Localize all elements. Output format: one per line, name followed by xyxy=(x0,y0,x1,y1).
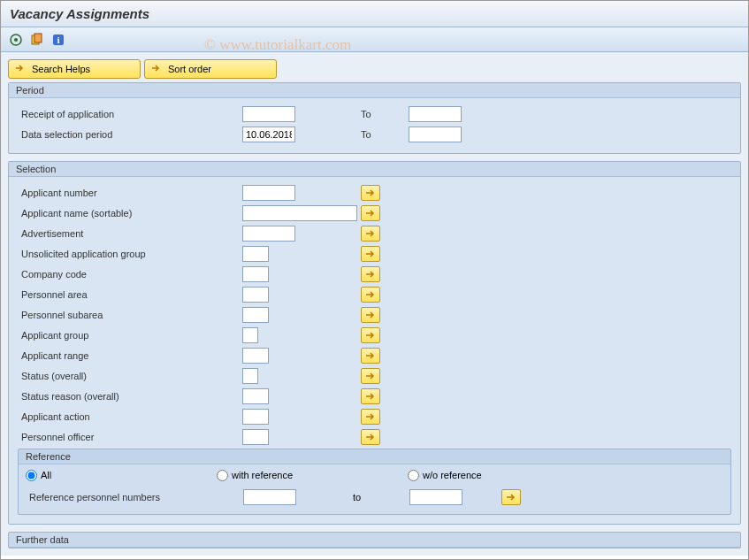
selection-input[interactable] xyxy=(242,388,269,404)
selection-input[interactable] xyxy=(242,409,269,425)
datasel-to-input[interactable] xyxy=(409,127,462,142)
selection-input[interactable] xyxy=(242,429,269,445)
refnum-label: Reference personnel numbers xyxy=(26,492,240,502)
selection-multi-button[interactable] xyxy=(361,327,380,343)
selection-row: Personnel subarea xyxy=(18,304,731,325)
selection-group-title: Selection xyxy=(9,162,740,177)
ref-radio-with[interactable] xyxy=(217,470,228,481)
selection-multi-button[interactable] xyxy=(361,185,380,201)
selection-multi-button[interactable] xyxy=(361,246,380,262)
ref-with-label: with reference xyxy=(232,470,293,480)
receipt-from-input[interactable] xyxy=(242,106,295,122)
selection-row: Applicant group xyxy=(18,325,731,345)
selection-label: Applicant range xyxy=(18,350,239,361)
selection-label: Status reason (overall) xyxy=(18,391,239,402)
execute-icon[interactable] xyxy=(8,32,24,48)
selection-row: Unsolicited application group xyxy=(18,243,731,264)
selection-multi-button[interactable] xyxy=(361,368,380,384)
svg-text:i: i xyxy=(57,35,59,45)
selection-row: Status reason (overall) xyxy=(18,386,731,406)
selection-row: Applicant name (sortable) xyxy=(18,203,731,223)
selection-label: Personnel area xyxy=(18,289,239,300)
selection-input[interactable] xyxy=(242,287,269,303)
reference-title: Reference xyxy=(19,449,730,464)
selection-row: Company code xyxy=(18,264,731,284)
sort-order-button[interactable]: Sort order xyxy=(144,59,277,79)
selection-label: Personnel officer xyxy=(18,432,239,442)
selection-input[interactable] xyxy=(242,246,269,262)
search-helps-label: Search Helps xyxy=(32,64,90,74)
selection-multi-button[interactable] xyxy=(361,287,380,303)
ref-radio-wo[interactable] xyxy=(408,470,419,481)
selection-multi-button[interactable] xyxy=(361,226,380,242)
selection-input[interactable] xyxy=(242,348,269,364)
datasel-from-input[interactable] xyxy=(242,127,295,142)
page-title: Vacancy Assignments xyxy=(1,1,748,27)
receipt-to-label: To xyxy=(361,109,405,119)
ref-opt-wo[interactable]: w/o reference xyxy=(408,470,593,481)
main-content: Search Helps Sort order Period Receipt o… xyxy=(1,52,748,556)
ref-all-label: All xyxy=(41,470,51,480)
selection-row: Status (overall) xyxy=(18,365,731,386)
selection-input[interactable] xyxy=(242,205,357,221)
selection-group: Selection Applicant numberApplicant name… xyxy=(8,161,741,525)
selection-row: Advertisement xyxy=(18,223,731,243)
ref-opt-with[interactable]: with reference xyxy=(217,470,402,481)
selection-label: Company code xyxy=(18,269,239,280)
selection-label: Advertisement xyxy=(18,228,239,239)
search-helps-button[interactable]: Search Helps xyxy=(8,59,141,79)
svg-rect-3 xyxy=(34,34,42,42)
receipt-to-input[interactable] xyxy=(409,106,462,122)
selection-multi-button[interactable] xyxy=(361,307,380,323)
selection-multi-button[interactable] xyxy=(361,266,380,282)
selection-multi-button[interactable] xyxy=(361,388,380,404)
app-toolbar: i xyxy=(1,27,748,52)
selection-label: Status (overall) xyxy=(18,371,239,381)
ref-opt-all[interactable]: All xyxy=(26,470,211,481)
period-group-title: Period xyxy=(9,83,740,98)
selection-label: Applicant action xyxy=(18,411,239,422)
refnum-to-label: to xyxy=(353,492,406,502)
refnum-multi-button[interactable] xyxy=(501,489,521,505)
selection-label: Applicant group xyxy=(18,330,239,341)
selection-input[interactable] xyxy=(242,226,295,242)
selection-row: Applicant action xyxy=(18,406,731,426)
datasel-to-label: To xyxy=(361,129,405,140)
ref-wo-label: w/o reference xyxy=(423,470,482,480)
selection-row: Personnel officer xyxy=(18,426,731,447)
period-group: Period Receipt of application To Data se… xyxy=(8,82,741,154)
selection-label: Applicant number xyxy=(18,188,239,198)
refnum-from-input[interactable] xyxy=(243,489,296,505)
selection-row: Applicant number xyxy=(18,182,731,203)
datasel-label: Data selection period xyxy=(18,129,239,140)
further-data-title: Further data xyxy=(9,533,740,548)
selection-row: Applicant range xyxy=(18,345,731,365)
selection-row: Personnel area xyxy=(18,284,731,304)
selection-label: Unsolicited application group xyxy=(18,249,239,259)
svg-point-1 xyxy=(14,38,18,42)
ref-radio-all[interactable] xyxy=(26,470,37,481)
reference-subgroup: Reference All with reference w/o refe xyxy=(18,449,731,515)
further-data-group: Further data xyxy=(8,532,741,548)
selection-input[interactable] xyxy=(242,327,258,343)
arrow-right-icon xyxy=(150,63,163,75)
selection-label: Personnel subarea xyxy=(18,310,239,320)
selection-multi-button[interactable] xyxy=(361,429,380,445)
selection-input[interactable] xyxy=(242,185,295,201)
selection-input[interactable] xyxy=(242,307,269,323)
selection-multi-button[interactable] xyxy=(361,409,380,425)
selection-input[interactable] xyxy=(242,266,269,282)
selection-input[interactable] xyxy=(242,368,258,384)
arrow-right-icon xyxy=(14,63,27,75)
info-icon[interactable]: i xyxy=(50,32,66,48)
selection-multi-button[interactable] xyxy=(361,348,380,364)
variant-icon[interactable] xyxy=(29,32,45,48)
receipt-label: Receipt of application xyxy=(18,109,239,119)
selection-label: Applicant name (sortable) xyxy=(18,208,239,219)
refnum-to-input[interactable] xyxy=(409,489,462,505)
sort-order-label: Sort order xyxy=(168,64,211,74)
selection-multi-button[interactable] xyxy=(361,205,380,221)
